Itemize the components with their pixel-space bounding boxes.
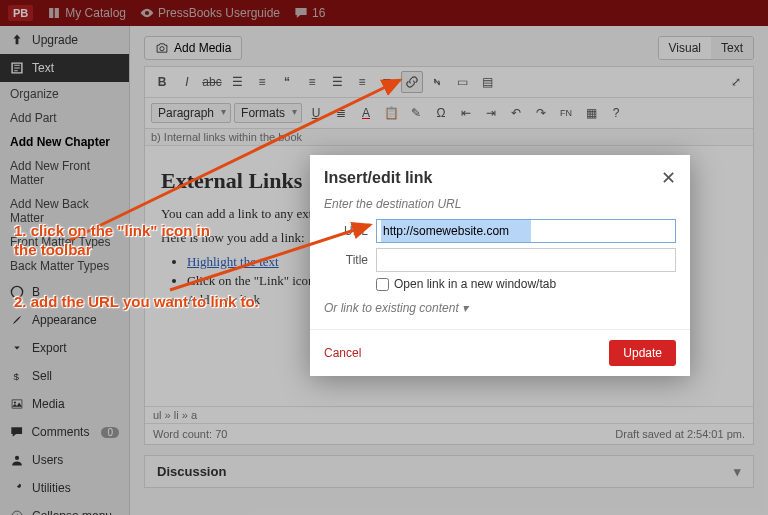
add-media-button[interactable]: Add Media bbox=[144, 36, 242, 60]
sidebar-users[interactable]: Users bbox=[0, 446, 129, 474]
sidebar-item-add-part[interactable]: Add Part bbox=[0, 106, 129, 130]
redo-button[interactable]: ↷ bbox=[530, 102, 552, 124]
toolbar-toggle-button[interactable]: ▤ bbox=[476, 71, 498, 93]
text-icon bbox=[10, 61, 24, 75]
cancel-button[interactable]: Cancel bbox=[324, 346, 361, 360]
my-catalog-link[interactable]: My Catalog bbox=[47, 6, 126, 20]
brand-badge[interactable]: PB bbox=[8, 5, 33, 21]
title-label: Title bbox=[324, 253, 368, 267]
admin-sidebar: Upgrade Text Organize Add Part Add New C… bbox=[0, 26, 130, 515]
tools-icon bbox=[10, 481, 24, 495]
sidebar-utilities[interactable]: Utilities bbox=[0, 474, 129, 502]
link-existing-toggle[interactable]: Or link to existing content bbox=[324, 301, 676, 315]
discussion-panel[interactable]: Discussion ▾ bbox=[144, 455, 754, 488]
admin-topbar: PB My Catalog PressBooks Userguide 16 bbox=[0, 0, 768, 26]
eye-icon bbox=[140, 6, 154, 20]
url-input[interactable] bbox=[376, 219, 676, 243]
link-icon bbox=[405, 75, 419, 89]
book-icon bbox=[47, 6, 61, 20]
tab-text[interactable]: Text bbox=[711, 37, 753, 59]
brush-icon bbox=[10, 313, 24, 327]
italic-button[interactable]: I bbox=[176, 71, 198, 93]
newtab-label: Open link in a new window/tab bbox=[394, 277, 556, 291]
number-list-button[interactable]: ≡ bbox=[251, 71, 273, 93]
comment-icon bbox=[294, 6, 308, 20]
insert-link-modal: Insert/edit link ✕ Enter the destination… bbox=[310, 155, 690, 376]
align-justify2-button[interactable]: ≣ bbox=[330, 102, 352, 124]
align-center-button[interactable]: ☰ bbox=[326, 71, 348, 93]
sidebar-item-add-chapter[interactable]: Add New Chapter bbox=[0, 130, 129, 154]
editor-element-path: ul » li » a bbox=[145, 406, 753, 423]
toolbar-row-2: Paragraph Formats U ≣ A 📋 ✎ Ω ⇤ ⇥ ↶ ↷ FN… bbox=[145, 98, 753, 129]
sidebar-sell[interactable]: $ Sell bbox=[0, 362, 129, 390]
paragraph-select[interactable]: Paragraph bbox=[151, 103, 231, 123]
more-button[interactable]: ▭ bbox=[451, 71, 473, 93]
svg-point-2 bbox=[14, 402, 16, 404]
sidebar-item-add-front-matter[interactable]: Add New Front Matter bbox=[0, 154, 129, 192]
sidebar-comments[interactable]: Comments 0 bbox=[0, 418, 129, 446]
update-button[interactable]: Update bbox=[609, 340, 676, 366]
svg-text:$: $ bbox=[14, 371, 20, 382]
draft-status: Draft saved at 2:54:01 pm. bbox=[615, 428, 745, 440]
bullet-list-button[interactable]: ☰ bbox=[226, 71, 248, 93]
link-button[interactable] bbox=[401, 71, 423, 93]
editor-breadcrumb: b) Internal links within the book bbox=[145, 129, 753, 146]
svg-point-4 bbox=[12, 511, 22, 515]
align-right-button[interactable]: ≡ bbox=[351, 71, 373, 93]
unlink-button[interactable] bbox=[426, 71, 448, 93]
user-icon bbox=[10, 453, 24, 467]
svg-point-5 bbox=[160, 47, 164, 51]
sidebar-text[interactable]: Text bbox=[0, 54, 129, 82]
upgrade-icon bbox=[10, 33, 24, 47]
chevron-down-icon[interactable]: ▾ bbox=[734, 464, 741, 479]
outdent-button[interactable]: ⇤ bbox=[455, 102, 477, 124]
comment-count-badge: 0 bbox=[101, 427, 119, 438]
clear-format-button[interactable]: ✎ bbox=[405, 102, 427, 124]
help-button[interactable]: ? bbox=[605, 102, 627, 124]
formats-select[interactable]: Formats bbox=[234, 103, 302, 123]
text-color-button[interactable]: A bbox=[355, 102, 377, 124]
bold-button[interactable]: B bbox=[151, 71, 173, 93]
export-icon bbox=[10, 341, 24, 355]
editor-mode-tabs: Visual Text bbox=[658, 36, 754, 60]
panel-title: Discussion bbox=[157, 464, 226, 479]
tab-visual[interactable]: Visual bbox=[659, 37, 711, 59]
toolbar-row-1: B I abc ☰ ≡ “ ≡ ☰ ≡ ≣ ▭ ▤ ⤢ bbox=[145, 67, 753, 98]
underline-button[interactable]: U bbox=[305, 102, 327, 124]
sidebar-media[interactable]: Media bbox=[0, 390, 129, 418]
strike-button[interactable]: abc bbox=[201, 71, 223, 93]
special-char-button[interactable]: Ω bbox=[430, 102, 452, 124]
modal-title: Insert/edit link bbox=[324, 169, 432, 187]
align-justify-button[interactable]: ≣ bbox=[376, 71, 398, 93]
blockquote-button[interactable]: “ bbox=[276, 71, 298, 93]
fn-button[interactable]: FN bbox=[555, 102, 577, 124]
paste-text-button[interactable]: 📋 bbox=[380, 102, 402, 124]
unlink-icon bbox=[430, 75, 444, 89]
annotation-step-1: 1. click on the "link" icon in the toolb… bbox=[14, 222, 214, 260]
modal-hint: Enter the destination URL bbox=[324, 197, 676, 211]
sidebar-item-organize[interactable]: Organize bbox=[0, 82, 129, 106]
fullscreen-button[interactable]: ⤢ bbox=[725, 71, 747, 93]
annotation-step-2: 2. add the URL you want to link to. bbox=[14, 293, 304, 312]
title-input[interactable] bbox=[376, 248, 676, 272]
dollar-icon: $ bbox=[10, 369, 24, 383]
sidebar-collapse[interactable]: Collapse menu bbox=[0, 502, 129, 515]
word-count: Word count: 70 bbox=[153, 428, 227, 440]
comments-link[interactable]: 16 bbox=[294, 6, 325, 20]
comment-icon bbox=[10, 425, 23, 439]
indent-button[interactable]: ⇥ bbox=[480, 102, 502, 124]
svg-point-3 bbox=[15, 456, 19, 460]
table-button[interactable]: ▦ bbox=[580, 102, 602, 124]
url-label: URL bbox=[324, 224, 368, 238]
sidebar-upgrade[interactable]: Upgrade bbox=[0, 26, 129, 54]
sidebar-export[interactable]: Export bbox=[0, 334, 129, 362]
newtab-checkbox[interactable] bbox=[376, 278, 389, 291]
close-icon[interactable]: ✕ bbox=[661, 167, 676, 189]
camera-icon bbox=[155, 41, 169, 55]
userguide-link[interactable]: PressBooks Userguide bbox=[140, 6, 280, 20]
align-left-button[interactable]: ≡ bbox=[301, 71, 323, 93]
undo-button[interactable]: ↶ bbox=[505, 102, 527, 124]
collapse-icon bbox=[10, 509, 24, 515]
media-icon bbox=[10, 397, 24, 411]
